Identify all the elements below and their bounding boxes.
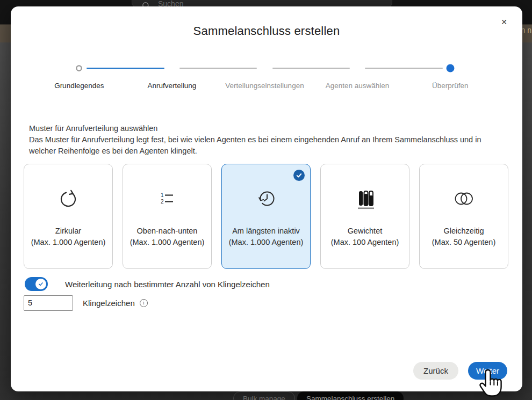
- option-max: (Max. 1.000 Agenten): [229, 237, 304, 248]
- step-basics[interactable]: [404, 64, 497, 72]
- ring-count-label: Klingelzeichen: [83, 299, 135, 308]
- option-card-weighted[interactable]: Gewichtet (Max. 100 Agenten): [320, 164, 409, 269]
- svg-text:1: 1: [161, 192, 164, 198]
- option-card-simultaneous[interactable]: Gleichzeitig (Max. 50 Agenten): [419, 164, 508, 269]
- option-max: (Max. 50 Agenten): [432, 237, 496, 248]
- forward-after-rings-toggle[interactable]: [25, 277, 48, 291]
- step-label-review: Überprüfen: [404, 82, 497, 90]
- option-card-circular[interactable]: Zirkular (Max. 1.000 Agenten): [24, 164, 113, 269]
- section-body: Das Muster für Anrufverteilung legt fest…: [29, 134, 503, 157]
- step-dot-done: [446, 64, 454, 72]
- numbered-list-icon: 1 2: [155, 185, 179, 213]
- dialog-title: Sammelanschluss erstellen: [11, 24, 522, 38]
- section-heading: Muster für Anrufverteilung auswählen: [29, 123, 503, 134]
- ring-count-row: Klingelzeichen i: [24, 295, 148, 311]
- step-label-call-distribution: Anrufverteilung: [126, 82, 219, 90]
- step-review[interactable]: [33, 64, 126, 72]
- overlapping-circles-icon: [451, 185, 476, 213]
- create-hunt-group-button[interactable]: Sammelanschluss erstellen: [297, 391, 404, 400]
- step-label-select-agents: Agenten auswählen: [311, 82, 404, 90]
- option-label: Am längsten inaktiv: [232, 226, 300, 237]
- stepper-connector: [179, 68, 257, 69]
- stepper-connector: [272, 68, 350, 69]
- option-max: (Max. 1.000 Agenten): [31, 237, 106, 248]
- option-card-longest-idle[interactable]: Am längsten inaktiv (Max. 1.000 Agenten): [221, 164, 311, 269]
- bulk-manage-button[interactable]: Bulk manage: [233, 391, 295, 400]
- toggle-knob-check-icon: [35, 279, 46, 289]
- option-label: Oben-nach-unten: [137, 226, 198, 237]
- background-banner-text: n n: [521, 26, 531, 34]
- toggle-label: Weiterleitung nach bestimmter Anzahl von…: [65, 280, 270, 289]
- distribution-pattern-options: Zirkular (Max. 1.000 Agenten) 1 2 Oben-n…: [24, 164, 508, 269]
- forward-after-rings-row: Weiterleitung nach bestimmter Anzahl von…: [25, 277, 270, 292]
- selected-check-icon: [293, 170, 305, 181]
- section-description: Muster für Anrufverteilung auswählen Das…: [29, 123, 503, 157]
- ring-count-input[interactable]: [24, 295, 73, 311]
- option-label: Zirkular: [55, 226, 81, 237]
- step-label-distribution-settings: Verteilungseinstellungen: [218, 82, 311, 90]
- step-label-basics: Grundlegendes: [33, 82, 126, 90]
- dialog-footer: Zurück Weiter: [413, 362, 507, 380]
- option-max: (Max. 1.000 Agenten): [130, 237, 205, 248]
- history-clock-icon: [254, 185, 278, 213]
- next-button[interactable]: Weiter: [468, 362, 507, 380]
- wizard-stepper: Grundlegendes Anrufverteilung Verteilung…: [33, 64, 497, 90]
- info-icon[interactable]: i: [140, 299, 148, 307]
- weighted-bars-icon: [353, 185, 377, 213]
- step-dot-upcoming: [76, 66, 82, 71]
- option-max: (Max. 100 Agenten): [331, 237, 399, 248]
- back-button[interactable]: Zurück: [413, 362, 458, 380]
- option-label: Gleichzeitig: [444, 226, 484, 237]
- circular-arrows-icon: [56, 185, 80, 213]
- svg-text:2: 2: [161, 199, 164, 205]
- option-card-top-down[interactable]: 1 2 Oben-nach-unten (Max. 1.000 Agenten): [123, 164, 212, 269]
- create-hunt-group-dialog: ✕ Sammelanschluss erstellen Grundlegende…: [11, 6, 522, 391]
- option-label: Gewichtet: [348, 226, 382, 237]
